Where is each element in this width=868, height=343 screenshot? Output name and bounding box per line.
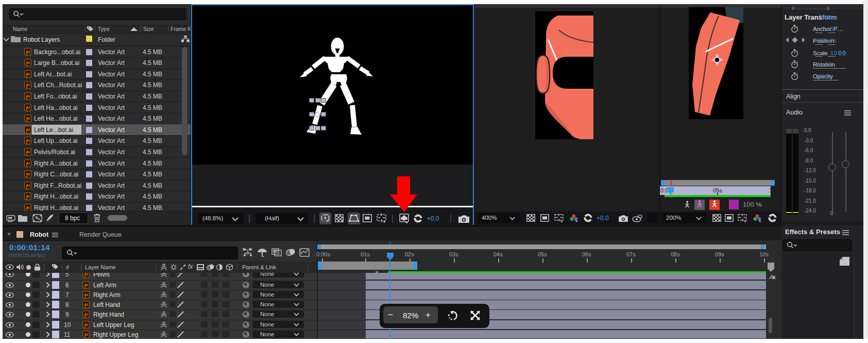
svg-text:Ai: Ai [84, 282, 88, 287]
svg-text:Ai: Ai [26, 60, 30, 65]
svg-text:Ai: Ai [26, 149, 30, 154]
svg-text:Ai: Ai [26, 160, 30, 165]
svg-text:Ai: Ai [26, 93, 30, 98]
svg-text:Ai: Ai [26, 49, 30, 54]
svg-text:Ai: Ai [26, 116, 30, 121]
svg-text:Ai: Ai [26, 71, 30, 76]
svg-text:Ai: Ai [84, 312, 88, 317]
svg-text:Ai: Ai [26, 183, 30, 187]
svg-text:Ai: Ai [26, 127, 30, 132]
svg-text:Ai: Ai [84, 322, 88, 326]
svg-text:Ai: Ai [84, 332, 88, 337]
svg-text:Ai: Ai [84, 302, 88, 307]
svg-text:Ai: Ai [84, 273, 88, 276]
svg-text:Ai: Ai [26, 172, 30, 176]
svg-text:Ai: Ai [26, 194, 30, 199]
svg-text:Ai: Ai [26, 138, 30, 143]
svg-text:Ai: Ai [26, 205, 30, 209]
svg-text:Ai: Ai [26, 105, 30, 109]
svg-text:Ai: Ai [26, 83, 30, 87]
svg-text:Ai: Ai [84, 292, 88, 297]
